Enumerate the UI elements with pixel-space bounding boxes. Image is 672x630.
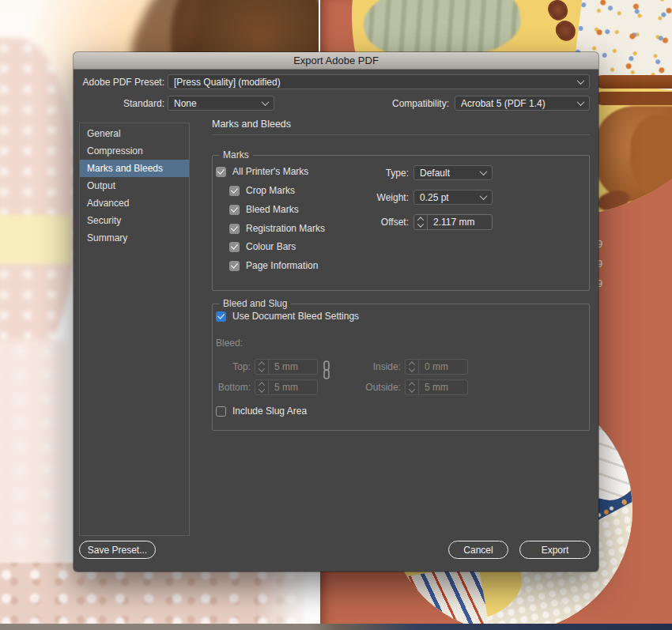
standard-label: Standard: [79, 98, 164, 109]
sidebar-item-compression[interactable]: Compression [80, 142, 189, 160]
export-button[interactable]: Export [519, 541, 591, 559]
bleed-inside-stepper: 0 mm [405, 359, 468, 375]
bleed-inside-value: 0 mm [419, 361, 448, 372]
panel-heading: Marks and Bleeds [212, 119, 291, 130]
fabric-fade [257, 563, 319, 630]
checkbox-checked-icon[interactable] [229, 242, 240, 252]
stepper-down-icon [409, 386, 415, 392]
weight-select[interactable]: 0.25 pt [413, 190, 493, 205]
dialog-title: Export Adobe PDF [293, 55, 379, 66]
bleed-bottom-value: 5 mm [269, 382, 298, 393]
offset-value[interactable]: 2.117 mm [428, 217, 474, 228]
save-preset-button[interactable]: Save Preset... [79, 541, 156, 559]
bleed-top-label: Top: [213, 361, 251, 372]
chevron-down-icon [577, 98, 585, 106]
chevron-down-icon [480, 168, 488, 175]
stepper-arrows-icon[interactable] [414, 215, 428, 229]
checkbox-checked-icon[interactable] [216, 311, 226, 322]
preset-select[interactable]: [Press Quality] (modified) [168, 74, 590, 89]
marks-group: Marks All Printer's Marks Crop Marks Ble… [212, 155, 590, 291]
use-document-bleed-label: Use Document Bleed Settings [232, 311, 359, 322]
export-pdf-dialog: Export Adobe PDF Adobe PDF Preset: [Pres… [74, 52, 598, 572]
all-printers-marks-label: All Printer's Marks [232, 166, 308, 177]
stepper-arrows-icon [255, 380, 269, 394]
use-document-bleed-checkbox-row[interactable]: Use Document Bleed Settings [216, 311, 359, 322]
chevron-down-icon [577, 77, 585, 85]
stepper-down-icon [409, 365, 415, 372]
bleed-label: Bleed: [216, 338, 263, 349]
bleed-outside-label: Outside: [339, 382, 401, 393]
sidebar-item-marks-and-bleeds[interactable]: Marks and Bleeds [80, 160, 189, 177]
checkbox-checked-icon[interactable] [229, 186, 240, 196]
colour-bars-checkbox-row[interactable]: Colour Bars [229, 241, 296, 252]
checkbox-checked-icon[interactable] [216, 167, 226, 177]
sidebar-item-general[interactable]: General [80, 125, 189, 142]
stepper-down-icon [259, 365, 265, 372]
include-slug-checkbox-row[interactable]: Include Slug Area [216, 406, 307, 417]
compatibility-value: Acrobat 5 (PDF 1.4) [461, 98, 546, 109]
page-information-label: Page Information [246, 260, 318, 271]
checkbox-unchecked-icon[interactable] [216, 406, 226, 417]
screen: 9 9 9 Export Adobe PDF Adobe PDF Preset:… [0, 0, 672, 630]
bleed-bottom-stepper: 5 mm [255, 379, 318, 395]
sidebar-item-output[interactable]: Output [80, 177, 189, 194]
preset-value: [Press Quality] (modified) [174, 77, 281, 88]
cancel-button[interactable]: Cancel [448, 541, 508, 559]
bleed-marks-label: Bleed Marks [246, 204, 299, 215]
standard-value: None [174, 98, 197, 109]
yellow-patch [0, 215, 71, 264]
colour-bars-label: Colour Bars [246, 241, 296, 252]
bleed-outside-stepper: 5 mm [405, 379, 468, 395]
crop-marks-checkbox-row[interactable]: Crop Marks [229, 185, 295, 196]
sunglasses-lens [552, 17, 580, 44]
offset-stepper[interactable]: 2.117 mm [413, 214, 493, 230]
type-value: Default [420, 168, 450, 179]
registration-marks-checkbox-row[interactable]: Registration Marks [229, 223, 325, 234]
weight-label: Weight: [361, 192, 409, 203]
type-select[interactable]: Default [413, 165, 493, 180]
chevron-down-icon [480, 192, 488, 200]
bleed-slug-legend: Bleed and Slug [219, 298, 291, 309]
link-chain-icon[interactable] [322, 360, 331, 383]
stepper-arrows-icon [406, 360, 419, 374]
checkbox-checked-icon[interactable] [229, 205, 240, 215]
stepper-down-icon [259, 386, 265, 392]
bleed-top-stepper: 5 mm [255, 359, 318, 375]
stepper-arrows-icon [255, 360, 269, 374]
striped-fabric [387, 564, 491, 630]
bleed-marks-checkbox-row[interactable]: Bleed Marks [229, 204, 299, 215]
checkbox-checked-icon[interactable] [229, 224, 240, 234]
panel-divider [212, 134, 590, 135]
compatibility-select[interactable]: Acrobat 5 (PDF 1.4) [455, 96, 590, 111]
bottom-edge-strip [0, 624, 672, 630]
dialog-titlebar[interactable]: Export Adobe PDF [74, 52, 598, 70]
chevron-down-icon [262, 98, 270, 106]
crop-marks-label: Crop Marks [246, 185, 295, 196]
bleed-outside-value: 5 mm [419, 382, 448, 393]
sidebar-item-advanced[interactable]: Advanced [80, 194, 189, 212]
offset-label: Offset: [361, 217, 409, 228]
weight-value: 0.25 pt [420, 192, 449, 203]
page-information-checkbox-row[interactable]: Page Information [229, 260, 318, 271]
sidebar-item-security[interactable]: Security [80, 212, 189, 229]
leather-belt [595, 75, 672, 89]
sidebar-item-summary[interactable]: Summary [80, 229, 189, 247]
section-list: General Compression Marks and Bleeds Out… [79, 123, 190, 536]
type-label: Type: [361, 168, 409, 179]
checkbox-checked-icon[interactable] [229, 261, 240, 271]
stepper-arrows-icon [406, 380, 419, 394]
bleed-top-value: 5 mm [269, 361, 298, 372]
preset-label: Adobe PDF Preset: [79, 77, 164, 88]
all-printers-marks-checkbox-row[interactable]: All Printer's Marks [216, 166, 308, 177]
include-slug-label: Include Slug Area [232, 406, 307, 417]
bleed-inside-label: Inside: [339, 361, 401, 372]
bleed-bottom-label: Bottom: [213, 382, 251, 393]
bleed-slug-group: Bleed and Slug Use Document Bleed Settin… [212, 304, 590, 431]
standard-select[interactable]: None [168, 96, 274, 111]
stepper-down-icon[interactable] [417, 221, 424, 227]
compatibility-label: Compatibility: [311, 98, 449, 109]
marks-legend: Marks [219, 149, 253, 160]
registration-marks-label: Registration Marks [246, 223, 325, 234]
